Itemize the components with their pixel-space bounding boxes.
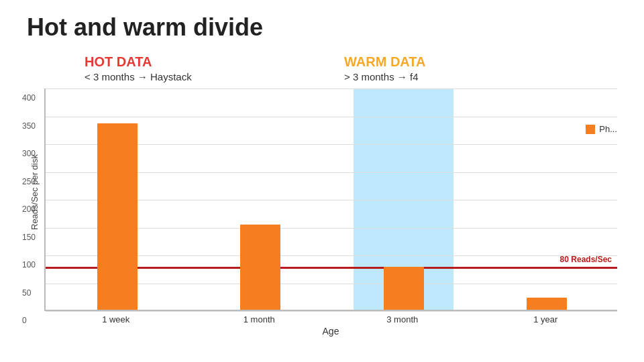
hot-label: HOT DATA	[85, 54, 331, 70]
y-tick: 100	[22, 260, 36, 269]
warm-annotation: WARM DATA > 3 months → f4	[331, 48, 617, 88]
y-tick: 400	[22, 93, 36, 103]
y-tick: 200	[22, 204, 36, 214]
bar-1-month	[240, 225, 280, 310]
x-label-1year: 1 year	[474, 314, 618, 324]
y-tick: 50	[22, 288, 31, 298]
grid-line	[46, 311, 617, 312]
y-tick: 0	[22, 316, 27, 325]
x-label-3month: 3 month	[331, 314, 474, 324]
page-title: Hot and warm divide	[27, 13, 617, 42]
legend: Ph...	[586, 124, 617, 134]
slide: Hot and warm divide Reads/Sec per disk H…	[0, 0, 644, 362]
bar-1-week	[97, 123, 138, 310]
bar-chart: 80 Reads/Sec 050100150200250300350400	[44, 88, 617, 311]
grid-line	[46, 117, 617, 117]
x-labels: 1 week 1 month 3 month 1 year	[44, 314, 617, 324]
legend-color-box	[586, 125, 595, 134]
y-tick: 250	[22, 177, 36, 186]
grid-line	[46, 88, 617, 89]
x-label-1month: 1 month	[188, 314, 331, 324]
x-axis-title: Age	[44, 326, 617, 337]
hot-annotation: HOT DATA < 3 months → Haystack	[44, 48, 331, 88]
y-tick: 300	[22, 149, 36, 158]
chart-inner: HOT DATA < 3 months → Haystack WARM DATA…	[44, 48, 617, 337]
x-label-1week: 1 week	[44, 314, 188, 324]
legend-label: Ph...	[599, 124, 617, 134]
warm-sub: > 3 months → f4	[344, 71, 617, 82]
y-tick: 150	[22, 233, 36, 242]
annotations-row: HOT DATA < 3 months → Haystack WARM DATA…	[44, 48, 617, 88]
warm-label: WARM DATA	[344, 54, 617, 70]
bar-1-year	[527, 298, 567, 310]
hot-sub: < 3 months → Haystack	[85, 71, 331, 82]
chart-area: Reads/Sec per disk HOT DATA < 3 months →…	[27, 48, 617, 337]
bar-3-month	[384, 267, 424, 310]
y-tick: 350	[22, 121, 36, 131]
